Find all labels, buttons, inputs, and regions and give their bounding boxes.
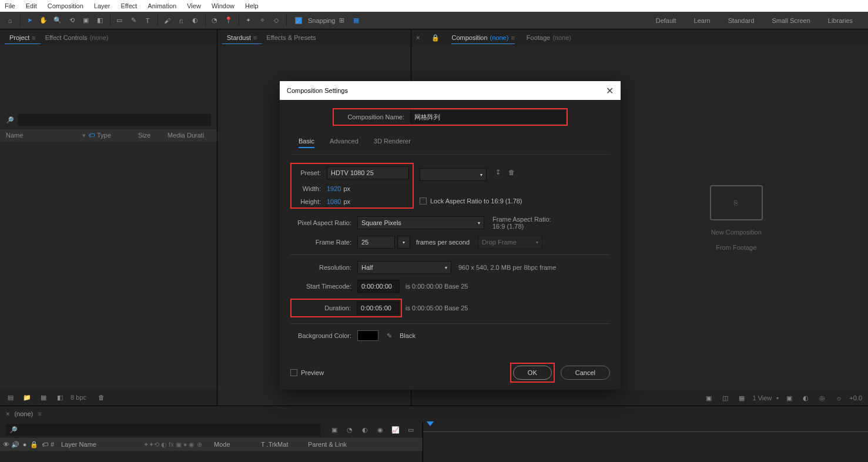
- mode-col[interactable]: Mode: [214, 441, 261, 448]
- ok-button[interactable]: OK: [513, 366, 552, 380]
- timeline-close-icon[interactable]: ×: [6, 410, 9, 417]
- framerate-caret[interactable]: ▾: [397, 236, 410, 249]
- pan-behind-icon[interactable]: ◧: [93, 14, 106, 27]
- tab-footage[interactable]: Footage (none): [527, 34, 571, 41]
- framerate-input[interactable]: 25: [357, 236, 395, 249]
- 3d-icon[interactable]: ◎: [816, 392, 828, 404]
- workspace-standard[interactable]: Standard: [728, 17, 755, 24]
- tab-3d-renderer[interactable]: 3D Renderer: [374, 138, 411, 148]
- comp-mini-icon[interactable]: ▣: [329, 424, 340, 436]
- frame-blend-icon[interactable]: ◐: [359, 424, 371, 436]
- cancel-button[interactable]: Cancel: [561, 366, 610, 380]
- layer-name-col[interactable]: Layer Name: [61, 441, 143, 448]
- render-icon[interactable]: ▭: [405, 424, 417, 436]
- tab-stardust[interactable]: Stardust ≡: [222, 32, 262, 44]
- col-size[interactable]: Size: [138, 132, 167, 139]
- zoom-tool-icon[interactable]: 🔍: [51, 14, 64, 27]
- tab-basic[interactable]: Basic: [299, 138, 314, 148]
- par-select[interactable]: Square Pixels▾: [357, 216, 484, 229]
- workspace-libraries[interactable]: Libraries: [828, 17, 853, 24]
- snapping-mode-icon[interactable]: ▦: [350, 14, 363, 27]
- audio-col-icon[interactable]: 🔊: [11, 441, 20, 448]
- menu-composition[interactable]: Composition: [48, 2, 83, 9]
- menu-effect[interactable]: Effect: [120, 2, 137, 9]
- home-icon[interactable]: ⌂: [4, 14, 16, 27]
- folder-icon[interactable]: 📁: [21, 391, 33, 403]
- toggle-grid-icon[interactable]: ▦: [736, 392, 748, 404]
- menu-window[interactable]: Window: [212, 2, 234, 9]
- bpc-icon[interactable]: ◧: [54, 391, 66, 403]
- toggle-mask-icon[interactable]: ◫: [719, 392, 731, 404]
- duration-input[interactable]: [357, 302, 399, 314]
- lock-col-icon[interactable]: 🔒: [29, 441, 39, 448]
- world-axis-icon[interactable]: ✧: [256, 14, 269, 27]
- timeline-ruler-area[interactable]: [423, 421, 868, 462]
- toggle-alpha-icon[interactable]: ▣: [703, 392, 715, 404]
- dof-icon[interactable]: ◐: [800, 392, 812, 404]
- view-dropdown[interactable]: 1 View: [752, 394, 772, 401]
- exposure-value[interactable]: +0.0: [849, 394, 862, 401]
- timeline-search-input[interactable]: [6, 424, 320, 436]
- menu-edit[interactable]: Edit: [26, 2, 37, 9]
- brush-tool-icon[interactable]: 🖌: [160, 14, 173, 27]
- video-col-icon[interactable]: 👁: [1, 441, 11, 448]
- close-icon[interactable]: ✕: [606, 85, 614, 96]
- camera-tool-icon[interactable]: ▣: [79, 14, 92, 27]
- menu-file[interactable]: File: [5, 2, 15, 9]
- eyedropper-icon[interactable]: ✎: [383, 330, 395, 342]
- col-name[interactable]: Name: [6, 132, 82, 139]
- parent-col[interactable]: Parent & Link: [308, 441, 367, 448]
- solo-col-icon[interactable]: ●: [20, 441, 29, 448]
- height-value[interactable]: 1080: [327, 198, 341, 205]
- close-tab-icon[interactable]: ×: [416, 34, 420, 41]
- motion-blur-icon[interactable]: ◉: [374, 424, 386, 436]
- tab-project[interactable]: Project ≡: [5, 32, 41, 44]
- puppet-tool-icon[interactable]: 📍: [222, 14, 235, 27]
- local-axis-icon[interactable]: ✦: [242, 14, 254, 27]
- label-col-icon[interactable]: 🏷: [39, 441, 51, 448]
- menu-animation[interactable]: Animation: [148, 2, 176, 9]
- start-timecode-input[interactable]: [357, 280, 400, 293]
- graph-icon[interactable]: 📈: [390, 424, 401, 436]
- project-search-input[interactable]: [18, 114, 211, 126]
- preset-select[interactable]: HDTV 1080 25: [327, 166, 409, 179]
- tab-effect-controls[interactable]: Effect Controls (none): [41, 32, 113, 43]
- view-axis-icon[interactable]: ◇: [270, 14, 283, 27]
- workspace-default[interactable]: Default: [656, 17, 676, 24]
- snapping-opts-icon[interactable]: ⊞: [336, 14, 348, 27]
- menu-layer[interactable]: Layer: [94, 2, 110, 9]
- camera-icon[interactable]: ▣: [783, 392, 795, 404]
- delete-preset-icon[interactable]: 🗑: [505, 166, 517, 178]
- col-type[interactable]: Type: [97, 132, 138, 139]
- comp-name-input[interactable]: [410, 111, 565, 123]
- lock-aspect-checkbox[interactable]: [420, 197, 427, 205]
- new-comp-icon[interactable]: ▦: [38, 391, 49, 403]
- tab-composition[interactable]: Composition (none) ≡: [451, 32, 514, 44]
- shy-icon[interactable]: ◔: [344, 424, 356, 436]
- clone-tool-icon[interactable]: ⎌: [175, 14, 187, 27]
- snapping-toggle[interactable]: ✓ Snapping: [295, 17, 336, 24]
- playhead-icon[interactable]: [427, 421, 434, 426]
- preview-checkbox[interactable]: [290, 369, 297, 376]
- tab-effects-presets[interactable]: Effects & Presets: [262, 32, 320, 43]
- workspace-learn[interactable]: Learn: [694, 17, 711, 24]
- eraser-tool-icon[interactable]: ◐: [189, 14, 202, 27]
- width-value[interactable]: 1920: [327, 185, 341, 192]
- timeline-tab-none[interactable]: (none): [14, 410, 33, 417]
- exposure-icon[interactable]: ☼: [833, 392, 844, 404]
- tag-icon[interactable]: 🏷: [88, 132, 95, 139]
- resolution-select[interactable]: Half▾: [357, 261, 451, 274]
- new-comp-from-footage-placeholder[interactable]: ⎘ New Composition From Footage: [710, 185, 763, 251]
- preset-select-extend[interactable]: ▾: [420, 168, 487, 181]
- menu-help[interactable]: Help: [245, 2, 259, 9]
- pen-tool-icon[interactable]: ✎: [127, 14, 140, 27]
- hand-tool-icon[interactable]: ✋: [37, 14, 50, 27]
- snapping-checkbox[interactable]: ✓: [295, 17, 302, 24]
- bgcolor-swatch[interactable]: [357, 330, 378, 341]
- menu-view[interactable]: View: [187, 2, 201, 9]
- tab-advanced[interactable]: Advanced: [330, 138, 358, 148]
- lock-icon[interactable]: 🔒: [431, 34, 440, 42]
- roto-tool-icon[interactable]: ◔: [208, 14, 221, 27]
- interpret-icon[interactable]: ▤: [5, 391, 16, 403]
- workspace-small-screen[interactable]: Small Screen: [772, 17, 810, 24]
